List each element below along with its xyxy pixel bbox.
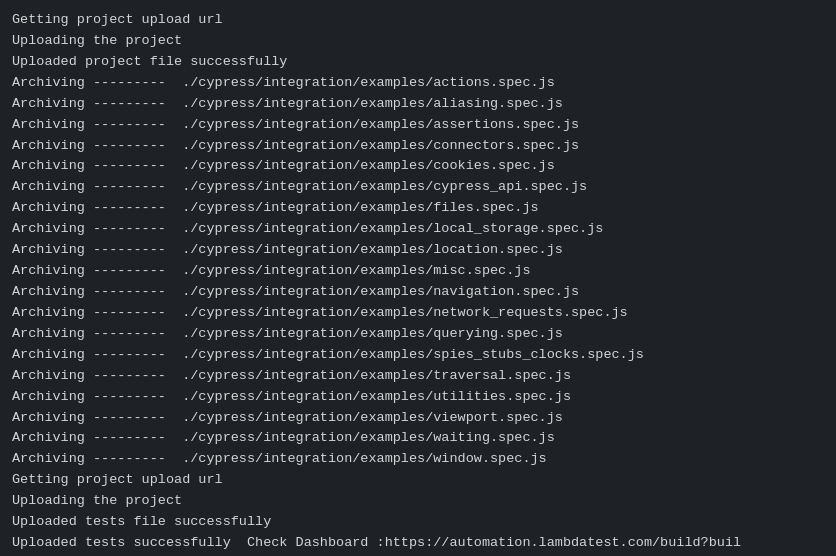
terminal-line: Archiving --------- ./cypress/integratio… — [12, 282, 824, 303]
terminal-line: Archiving --------- ./cypress/integratio… — [12, 387, 824, 408]
terminal-line: Archiving --------- ./cypress/integratio… — [12, 449, 824, 470]
terminal-line: Uploading the project — [12, 491, 824, 512]
terminal-line: Archiving --------- ./cypress/integratio… — [12, 156, 824, 177]
terminal-line: Uploaded project file successfully — [12, 52, 824, 73]
terminal-line: Uploaded tests successfully Check Dashbo… — [12, 533, 824, 554]
terminal-line: Getting project upload url — [12, 10, 824, 31]
terminal-window: Getting project upload urlUploading the … — [0, 0, 836, 556]
terminal-line: Archiving --------- ./cypress/integratio… — [12, 136, 824, 157]
terminal-line: Uploading the project — [12, 31, 824, 52]
terminal-line: Archiving --------- ./cypress/integratio… — [12, 73, 824, 94]
terminal-line: Archiving --------- ./cypress/integratio… — [12, 240, 824, 261]
terminal-line: Archiving --------- ./cypress/integratio… — [12, 261, 824, 282]
terminal-line: Archiving --------- ./cypress/integratio… — [12, 366, 824, 387]
terminal-line: Archiving --------- ./cypress/integratio… — [12, 345, 824, 366]
terminal-line: Uploaded tests file successfully — [12, 512, 824, 533]
terminal-line: Archiving --------- ./cypress/integratio… — [12, 428, 824, 449]
terminal-line: Archiving --------- ./cypress/integratio… — [12, 324, 824, 345]
terminal-line: Archiving --------- ./cypress/integratio… — [12, 303, 824, 324]
terminal-line: Archiving --------- ./cypress/integratio… — [12, 219, 824, 240]
terminal-line: Archiving --------- ./cypress/integratio… — [12, 115, 824, 136]
terminal-line: Archiving --------- ./cypress/integratio… — [12, 198, 824, 219]
terminal-line: Getting project upload url — [12, 470, 824, 491]
terminal-line: Archiving --------- ./cypress/integratio… — [12, 408, 824, 429]
terminal-line: Archiving --------- ./cypress/integratio… — [12, 94, 824, 115]
terminal-line: Archiving --------- ./cypress/integratio… — [12, 177, 824, 198]
